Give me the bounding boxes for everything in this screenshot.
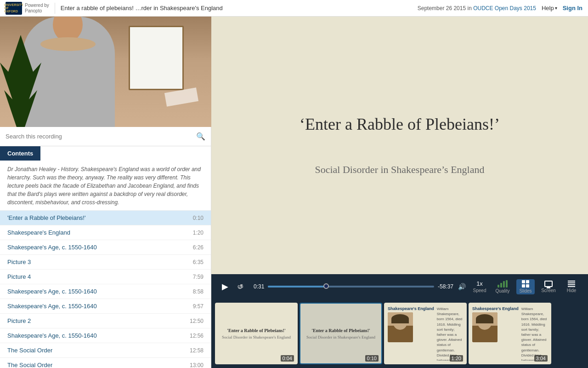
thumbnail-item[interactable]: Shakespeare's England William Shakespear… [384,303,467,364]
grid-cell-3 [522,284,525,288]
progress-thumb[interactable] [323,283,329,289]
slides-icon [522,280,529,288]
hide-line-3 [568,284,575,285]
main-layout: 🔍 Contents Dr Jonathan Healey - History.… [0,17,588,368]
contents-item-timestamp: 7:59 [193,274,204,280]
contents-item-timestamp: 6:26 [193,244,204,251]
bar2 [500,283,502,288]
thumbnail-item[interactable]: Shakespeare's England William Shakespear… [469,303,551,364]
grid-cell-2 [526,280,529,283]
topbar-actions: Help ▾ Sign In [542,5,582,12]
contents-item-timestamp: 9:57 [193,303,204,310]
contents-item-label: The Social Order [7,347,52,354]
contents-item[interactable]: Shakespeare's England1:20 [0,225,211,240]
contents-item-label: 'Enter a Rabble of Plebeians!' [7,214,85,221]
thumb-timestamp: 3:04 [534,355,548,362]
thumb-timestamp: 1:20 [450,355,463,362]
replay-10-button[interactable]: ↺10 [236,280,249,293]
search-input[interactable] [6,133,192,140]
speed-control[interactable]: 1x Speed [470,280,489,293]
bar4 [506,280,508,288]
current-time: 0:31 [254,283,264,290]
video-player[interactable] [0,17,211,127]
slide-title: ‘Enter a Rabble of Plebeians!’ [300,114,500,135]
contents-item[interactable]: 'Enter a Rabble of Plebeians!'0:10 [0,211,211,225]
contents-item-label: Picture 4 [7,273,31,280]
contents-item[interactable]: Shakespeare's Age, c. 1550-16409:57 [0,299,211,314]
contents-item-label: Shakespeare's England [7,229,70,236]
speed-label: Speed [473,288,486,293]
hide-line-4 [568,286,575,287]
contents-item[interactable]: Shakespeare's Age, c. 1550-16408:58 [0,284,211,299]
bar3 [503,281,505,288]
signin-button[interactable]: Sign In [563,5,582,12]
screen-control[interactable]: Screen [539,281,558,293]
contents-item[interactable]: Shakespeare's Age, c. 1550-164012:56 [0,328,211,343]
contents-item-label: Shakespeare's Age, c. 1550-1640 [7,288,97,295]
hide-control[interactable]: Hide [562,281,581,293]
screen-label: Screen [541,288,556,293]
search-icon[interactable]: 🔍 [196,132,205,141]
whiteboard [129,26,184,90]
thumb-text: William Shakespeare, born 1564, died 161… [521,306,548,361]
play-icon: ▶ [222,282,228,292]
remaining-time: -58:37 [438,283,453,290]
thumb-subtitle: Social Disorder in Shakespeare's England [306,335,375,339]
powered-by-label: Powered by Panopto [25,3,49,14]
contents-item-timestamp: 6:35 [193,259,204,265]
speed-value: 1x [476,280,483,287]
video-area [0,17,211,127]
contents-item-timestamp: 12:56 [190,333,204,339]
contents-item-label: Shakespeare's Age, c. 1550-1640 [7,332,97,339]
contents-item[interactable]: The Social Order12:58 [0,343,211,358]
thumb-title: 'Enter a Rabble of Plebeians!' [227,328,286,333]
help-button[interactable]: Help ▾ [542,5,557,12]
oxford-shield-icon: UNIVERSITYOFOXFORD [6,2,22,15]
topbar-divider [55,3,55,14]
player-controls: ▶ ↺10 0:31 -58:37 🔊 1x Speed [211,274,588,299]
thumbnails-bar: 'Enter a Rabble of Plebeians!' Social Di… [211,299,588,368]
contents-item-label: Picture 2 [7,317,31,324]
topbar: UNIVERSITYOFOXFORD Powered by Panopto En… [0,0,588,17]
hide-line-1 [568,281,575,282]
oxford-logo: UNIVERSITYOFOXFORD Powered by Panopto [6,2,49,15]
slides-label: Slides [519,288,531,293]
thumb-subtitle: Social Disorder in Shakespeare's England [222,335,291,339]
contents-item[interactable]: Picture 212:50 [0,314,211,328]
grid-cell-1 [522,280,525,283]
quality-control[interactable]: Quality [493,280,512,293]
hide-line-2 [568,282,575,283]
contents-item[interactable]: The Social Order13:00 [0,358,211,368]
contents-item[interactable]: Picture 36:35 [0,255,211,270]
hide-label: Hide [567,288,577,293]
left-panel: 🔍 Contents Dr Jonathan Healey - History.… [0,17,211,368]
slide-content: ‘Enter a Rabble of Plebeians!’ Social Di… [300,114,500,177]
topbar-title: Enter a rabble of plebeians! …rder in Sh… [61,5,412,12]
play-button[interactable]: ▶ [219,280,232,293]
hide-icon [568,281,575,287]
thumbnail-item[interactable]: 'Enter a Rabble of Plebeians!' Social Di… [215,303,298,364]
grid-cell-4 [526,284,529,288]
contents-item-timestamp: 1:20 [193,230,204,236]
thumb-title: 'Enter a Rabble of Plebeians!' [311,328,370,333]
contents-item-label: The Social Order [7,362,52,368]
contents-tab[interactable]: Contents [0,146,40,161]
replay-icon: ↺10 [237,282,248,291]
thumb-timestamp: 0:04 [281,355,294,362]
progress-fill [268,286,326,288]
thumbnail-item[interactable]: 'Enter a Rabble of Plebeians!' Social Di… [300,303,382,364]
event-link[interactable]: OUDCE Open Days 2015 [473,5,536,12]
right-panel: ‘Enter a Rabble of Plebeians!’ Social Di… [211,17,588,368]
contents-area: Contents Dr Jonathan Healey - History. S… [0,146,211,368]
thumb-timestamp: 0:10 [365,355,379,362]
progress-bar[interactable] [268,286,434,288]
slides-control[interactable]: Slides [516,279,535,294]
volume-button[interactable]: 🔊 [458,283,466,290]
description-text: Dr Jonathan Healey - History. Shakespear… [0,161,211,211]
quality-bars-icon [498,280,508,288]
contents-item[interactable]: Picture 47:59 [0,270,211,284]
person-shoulders [40,37,96,51]
contents-item-timestamp: 12:50 [190,318,204,324]
contents-item-timestamp: 12:58 [190,347,204,354]
contents-item[interactable]: Shakespeare's Age, c. 1550-16406:26 [0,240,211,255]
